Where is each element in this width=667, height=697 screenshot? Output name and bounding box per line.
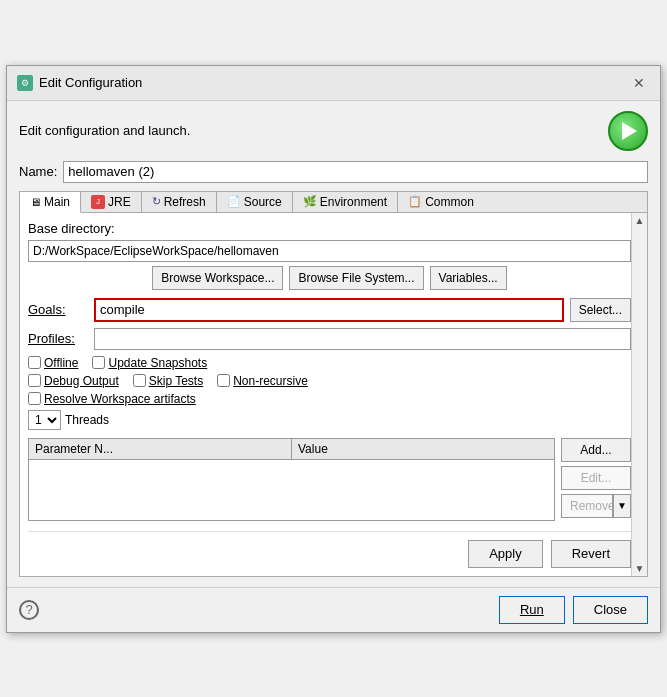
remove-param-button[interactable]: Remove <box>561 494 613 518</box>
scroll-up-arrow[interactable]: ▲ <box>633 213 647 228</box>
base-dir-input[interactable] <box>28 240 631 262</box>
refresh-tab-icon: ↻ <box>152 195 161 208</box>
dialog-title: Edit Configuration <box>39 75 142 90</box>
scroll-bar[interactable]: ▲ ▼ <box>631 213 647 576</box>
run-icon-button[interactable] <box>608 111 648 151</box>
name-input[interactable] <box>63 161 648 183</box>
checkboxes-row-2: Debug Output Skip Tests Non-recursive <box>28 374 631 388</box>
tab-common[interactable]: 📋 Common <box>398 192 484 212</box>
skip-tests-label: Skip Tests <box>149 374 203 388</box>
debug-output-checkbox-label[interactable]: Debug Output <box>28 374 119 388</box>
non-recursive-checkbox[interactable] <box>217 374 230 387</box>
content-area: Base directory: Browse Workspace... Brow… <box>19 212 648 577</box>
footer-buttons: Run Close <box>499 596 648 624</box>
tab-environment[interactable]: 🌿 Environment <box>293 192 398 212</box>
profiles-label: Profiles: <box>28 331 88 346</box>
resolve-workspace-label: Resolve Workspace artifacts <box>44 392 196 406</box>
main-tab-icon: 🖥 <box>30 196 41 208</box>
close-button[interactable]: Close <box>573 596 648 624</box>
goals-input[interactable] <box>94 298 564 322</box>
non-recursive-label: Non-recursive <box>233 374 308 388</box>
dialog-footer: ? Run Close <box>7 587 660 632</box>
resolve-workspace-checkbox-label[interactable]: Resolve Workspace artifacts <box>28 392 196 406</box>
tab-environment-label: Environment <box>320 195 387 209</box>
name-row: Name: <box>19 161 648 183</box>
threads-label: Threads <box>65 413 109 427</box>
update-snapshots-checkbox[interactable] <box>92 356 105 369</box>
browse-workspace-button[interactable]: Browse Workspace... <box>152 266 283 290</box>
debug-output-checkbox[interactable] <box>28 374 41 387</box>
remove-dropdown-button[interactable]: ▼ <box>613 494 631 518</box>
offline-label: Offline <box>44 356 78 370</box>
dialog-icon: ⚙ <box>17 75 33 91</box>
tab-source-label: Source <box>244 195 282 209</box>
tab-refresh-label: Refresh <box>164 195 206 209</box>
table-action-buttons: Add... Edit... Remove ▼ <box>561 438 631 521</box>
skip-tests-checkbox-label[interactable]: Skip Tests <box>133 374 203 388</box>
threads-row: 1 2 4 Threads <box>28 410 631 430</box>
base-dir-label: Base directory: <box>28 221 631 236</box>
close-dialog-button[interactable]: ✕ <box>628 72 650 94</box>
goals-row: Goals: Select... <box>28 298 631 322</box>
update-snapshots-label: Update Snapshots <box>108 356 207 370</box>
select-button[interactable]: Select... <box>570 298 631 322</box>
browse-filesystem-button[interactable]: Browse File System... <box>289 266 423 290</box>
title-bar: ⚙ Edit Configuration ✕ <box>7 66 660 101</box>
table-area: Parameter N... Value Add... Edit... Remo… <box>28 438 631 521</box>
tab-main[interactable]: 🖥 Main <box>20 192 81 213</box>
title-bar-left: ⚙ Edit Configuration <box>17 75 142 91</box>
table-body <box>29 460 554 520</box>
skip-tests-checkbox[interactable] <box>133 374 146 387</box>
tab-common-label: Common <box>425 195 474 209</box>
profiles-row: Profiles: <box>28 328 631 350</box>
dialog-body: Edit configuration and launch. Name: 🖥 M… <box>7 101 660 587</box>
threads-select[interactable]: 1 2 4 <box>28 410 61 430</box>
tabs: 🖥 Main J JRE ↻ Refresh 📄 Source 🌿 Enviro… <box>19 191 648 212</box>
tab-refresh[interactable]: ↻ Refresh <box>142 192 217 212</box>
jre-tab-icon: J <box>91 195 105 209</box>
add-param-button[interactable]: Add... <box>561 438 631 462</box>
tab-source[interactable]: 📄 Source <box>217 192 293 212</box>
base-directory-section: Base directory: Browse Workspace... Brow… <box>28 221 631 290</box>
run-button[interactable]: Run <box>499 596 565 624</box>
dialog-header: Edit configuration and launch. <box>19 111 648 151</box>
remove-row: Remove ▼ <box>561 494 631 518</box>
browse-buttons-row: Browse Workspace... Browse File System..… <box>28 266 631 290</box>
apply-button[interactable]: Apply <box>468 540 543 568</box>
revert-button[interactable]: Revert <box>551 540 631 568</box>
profiles-input[interactable] <box>94 328 631 350</box>
debug-output-label: Debug Output <box>44 374 119 388</box>
table-header: Parameter N... Value <box>29 439 554 460</box>
environment-tab-icon: 🌿 <box>303 195 317 208</box>
goals-label: Goals: <box>28 302 88 317</box>
offline-checkbox-label[interactable]: Offline <box>28 356 78 370</box>
common-tab-icon: 📋 <box>408 195 422 208</box>
checkboxes-row-3: Resolve Workspace artifacts <box>28 392 631 406</box>
variables-button[interactable]: Variables... <box>430 266 507 290</box>
param-name-col-header: Parameter N... <box>29 439 292 459</box>
name-label: Name: <box>19 164 57 179</box>
offline-checkbox[interactable] <box>28 356 41 369</box>
non-recursive-checkbox-label[interactable]: Non-recursive <box>217 374 308 388</box>
source-tab-icon: 📄 <box>227 195 241 208</box>
tab-jre[interactable]: J JRE <box>81 192 142 212</box>
checkboxes-row-1: Offline Update Snapshots <box>28 356 631 370</box>
edit-param-button[interactable]: Edit... <box>561 466 631 490</box>
edit-configuration-dialog: ⚙ Edit Configuration ✕ Edit configuratio… <box>6 65 661 633</box>
param-value-col-header: Value <box>292 439 554 459</box>
inner-content: Base directory: Browse Workspace... Brow… <box>28 221 631 568</box>
help-button[interactable]: ? <box>19 600 39 620</box>
scroll-down-arrow[interactable]: ▼ <box>633 561 647 576</box>
resolve-workspace-checkbox[interactable] <box>28 392 41 405</box>
tab-main-label: Main <box>44 195 70 209</box>
dialog-subtitle: Edit configuration and launch. <box>19 123 190 138</box>
parameter-table: Parameter N... Value <box>28 438 555 521</box>
tab-jre-label: JRE <box>108 195 131 209</box>
update-snapshots-checkbox-label[interactable]: Update Snapshots <box>92 356 207 370</box>
apply-revert-buttons: Apply Revert <box>28 531 631 568</box>
